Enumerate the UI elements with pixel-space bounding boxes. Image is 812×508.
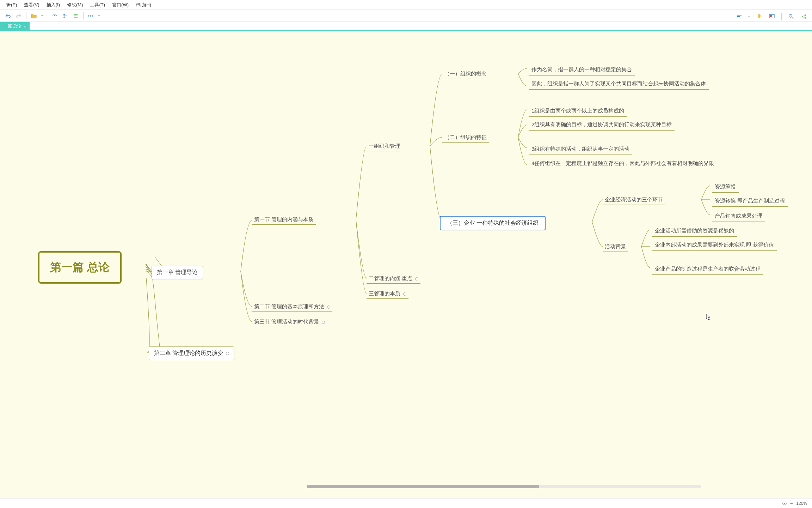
status-bar: – 120% (0, 498, 812, 508)
horizontal-scrollbar[interactable] (307, 485, 701, 488)
node-section2[interactable]: 第二节 管理的基本原理和方法 (252, 302, 332, 312)
folder-dropdown[interactable] (40, 11, 44, 20)
svg-rect-1 (737, 16, 740, 17)
more-dropdown[interactable] (97, 11, 101, 20)
align-button[interactable] (735, 12, 744, 21)
more-button[interactable]: ••• (86, 11, 96, 20)
node-p1[interactable]: （一）组织的概念 (442, 69, 489, 79)
node-p3-selected[interactable]: （三）企业 一种特殊的社会经济组织 (440, 216, 546, 230)
node-topic3[interactable]: 三管理的本质 (367, 289, 408, 299)
collapse-icon[interactable] (327, 306, 330, 309)
svg-point-5 (789, 14, 792, 17)
toolbar: ••• (0, 10, 812, 22)
leaf-l2c[interactable]: 3组织有特殊的活动，组织从事一定的活动 (529, 143, 632, 155)
node-chapter2[interactable]: 第二章 管理理论的历史演变 (149, 346, 234, 360)
zoom-level[interactable]: 120% (796, 501, 807, 506)
tab-close-icon[interactable]: × (24, 24, 26, 29)
node-q1[interactable]: 企业经济活动的三个环节 (603, 195, 665, 205)
leaf-l2a[interactable]: 1组织是由两个或两个以上的成员构成的 (529, 105, 627, 117)
tab-title: 一篇 总论 (4, 23, 21, 29)
collapse-icon[interactable] (403, 292, 406, 296)
search-button[interactable] (787, 12, 796, 21)
svg-rect-4 (770, 15, 772, 17)
node-section1[interactable]: 第一节 管理的内涵与本质 (252, 215, 316, 225)
svg-line-11 (803, 17, 805, 18)
menu-help[interactable]: 帮助(H) (132, 0, 155, 10)
svg-line-12 (146, 264, 152, 271)
menu-view[interactable]: 查看(V) (20, 0, 43, 10)
align-dropdown[interactable] (748, 12, 751, 21)
node-topic2[interactable]: 二管理的内涵 重点 (367, 274, 420, 284)
folder-button[interactable] (29, 11, 38, 20)
svg-rect-0 (737, 15, 742, 16)
menu-modify[interactable]: 修改(M) (63, 0, 87, 10)
node-p2[interactable]: （二）组织的特征 (442, 133, 489, 143)
branch-button[interactable] (61, 11, 70, 20)
node-q2[interactable]: 活动背景 (603, 242, 628, 252)
menu-tools[interactable]: 工具(T) (86, 0, 109, 10)
tab-bar: 一篇 总论 × (0, 22, 812, 30)
menu-bar: 辑(E) 查看(V) 插入(I) 修改(M) 工具(T) 窗口(W) 帮助(H) (0, 0, 812, 10)
svg-line-6 (792, 17, 793, 19)
menu-edit[interactable]: 辑(E) (3, 0, 20, 10)
document-tab[interactable]: 一篇 总论 × (0, 22, 30, 30)
leaf-l2d[interactable]: 4任何组织在一定程度上都是独立存在的，因此与外部社会有着相对明确的界限 (529, 158, 717, 169)
node-chapter1[interactable]: 第一章 管理导论 (152, 266, 203, 279)
svg-line-10 (803, 16, 805, 17)
collapse-icon[interactable] (322, 321, 325, 324)
leaf-q1c[interactable]: 产品销售或成果处理 (712, 210, 765, 222)
node-topic1[interactable]: 一组织和管理 (367, 141, 402, 151)
leaf-q1a[interactable]: 资源筹措 (712, 181, 739, 193)
redo-button[interactable] (14, 11, 23, 20)
link-button[interactable] (50, 11, 59, 20)
scrollbar-thumb[interactable] (307, 485, 539, 488)
present-button[interactable] (767, 12, 776, 21)
leaf-l2b[interactable]: 2组织具有明确的目标，通过协调共同的行动来实现某种目标 (529, 119, 675, 131)
leaf-l1b[interactable]: 因此，组织是指一群人为了实现某个共同目标而结合起来协同活动的集合体 (529, 78, 709, 90)
root-node[interactable]: 第一篇 总论 (38, 251, 122, 284)
node-section3[interactable]: 第三节 管理活动的时代背景 (252, 317, 327, 327)
menu-window[interactable]: 窗口(W) (109, 0, 132, 10)
leaf-q1b[interactable]: 资源转换 即产品生产制造过程 (712, 195, 788, 207)
menu-insert[interactable]: 插入(I) (43, 0, 63, 10)
leaf-l1a[interactable]: 作为名词，指一群人的一种相对稳定的集合 (529, 64, 635, 75)
mindmap-canvas[interactable]: 第一篇 总论 第一章 管理导论 第二章 管理理论的历史演变 第一节 管理的内涵与… (0, 30, 812, 498)
undo-button[interactable] (4, 11, 13, 20)
idea-button[interactable] (755, 12, 764, 21)
zoom-minus[interactable]: – (791, 501, 793, 506)
leaf-q2b[interactable]: 企业内部活动的成果需要到外部来实现 即 获得价值 (652, 239, 777, 251)
mouse-cursor-icon (706, 314, 711, 321)
right-toolbar (735, 11, 808, 23)
leaf-q2c[interactable]: 企业产品的制造过程是生产者的联合劳动过程 (652, 263, 763, 275)
leaf-q2a[interactable]: 企业活动所需借助的资源是稀缺的 (652, 225, 737, 237)
svg-point-8 (805, 14, 806, 16)
eye-icon[interactable] (782, 502, 787, 505)
list-button[interactable] (71, 11, 80, 20)
collapse-icon[interactable] (415, 277, 418, 280)
svg-point-14 (784, 503, 785, 504)
collapse-icon[interactable] (226, 352, 229, 355)
svg-rect-2 (737, 18, 742, 18)
svg-point-9 (805, 17, 806, 19)
share-button[interactable] (799, 12, 808, 21)
